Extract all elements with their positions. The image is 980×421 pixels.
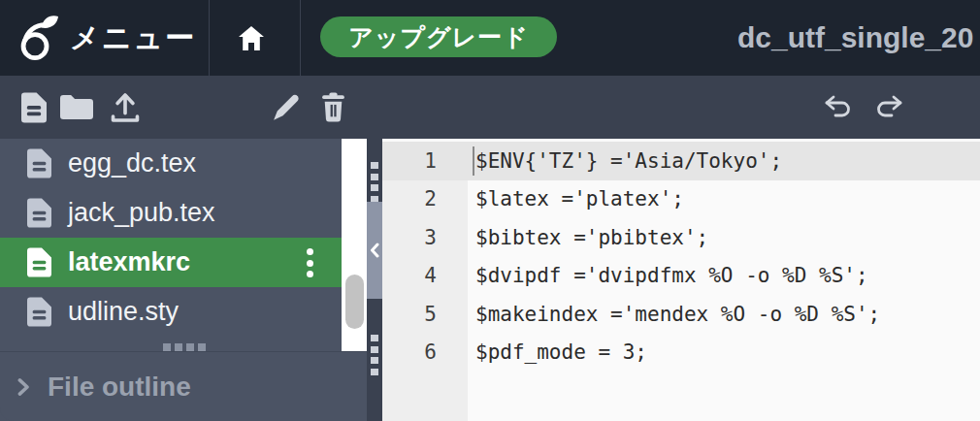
latex-editor-app: メニュー アップグレード dc_utf_single_20 xyxy=(0,0,980,421)
file-outline-header[interactable]: File outline xyxy=(0,351,367,421)
panel-resize-handle-horizontal[interactable] xyxy=(163,343,206,351)
project-title: dc_utf_single_20 xyxy=(737,0,980,76)
file-item-egg-dc[interactable]: egg_dc.tex xyxy=(0,139,367,188)
redo-button[interactable] xyxy=(867,76,910,139)
file-name: egg_dc.tex xyxy=(68,148,196,178)
menu-label: メニュー xyxy=(70,18,196,58)
code-editor[interactable]: 1 $ENV{'TZ'} ='Asia/Tokyo'; 2 $latex ='p… xyxy=(382,139,980,421)
toolbar: Code Editor Visual Editor xyxy=(0,76,980,139)
divider-drag-handle[interactable] xyxy=(371,162,378,203)
line-number: 1 xyxy=(382,142,468,180)
home-button[interactable] xyxy=(225,0,278,76)
sidebar-scrollbar-track xyxy=(342,139,367,351)
file-icon xyxy=(27,198,51,228)
upgrade-button[interactable]: アップグレード xyxy=(320,16,557,57)
topbar-divider xyxy=(300,0,301,76)
new-folder-icon xyxy=(60,94,93,120)
line-number: 6 xyxy=(382,334,468,372)
edit-button[interactable] xyxy=(266,76,307,139)
code-line[interactable]: 2 $latex ='platex'; xyxy=(382,180,980,219)
code-line[interactable]: 5 $makeindex ='mendex %O -o %D %S'; xyxy=(382,295,980,334)
file-icon xyxy=(27,297,51,327)
code-line[interactable]: 1 $ENV{'TZ'} ='Asia/Tokyo'; xyxy=(382,142,980,180)
file-item-latexmkrc[interactable]: latexmkrc xyxy=(0,238,367,287)
upgrade-label: アップグレード xyxy=(348,21,529,53)
code-text[interactable]: $pdf_mode = 3; xyxy=(468,334,980,372)
code-text[interactable]: $ENV{'TZ'} ='Asia/Tokyo'; xyxy=(468,142,980,180)
line-number: 2 xyxy=(382,180,468,219)
undo-icon xyxy=(822,93,855,122)
delete-button[interactable] xyxy=(312,76,353,139)
sidebar-editor-divider xyxy=(367,139,382,421)
code-line[interactable]: 4 $dvipdf ='dvipdfmx %O -o %D %S'; xyxy=(382,257,980,296)
file-options-kebab-icon[interactable] xyxy=(303,245,316,280)
file-sidebar: egg_dc.tex jack_pub.tex xyxy=(0,139,367,421)
file-item-jack-pub[interactable]: jack_pub.tex xyxy=(0,188,367,238)
line-number: 4 xyxy=(382,257,468,296)
code-text[interactable]: $latex ='platex'; xyxy=(468,180,980,219)
code-text[interactable]: $dvipdf ='dvipdfmx %O -o %D %S'; xyxy=(468,257,980,296)
menu-button[interactable]: メニュー xyxy=(14,0,196,76)
file-icon xyxy=(27,148,51,178)
code-text[interactable]: $makeindex ='mendex %O -o %D %S'; xyxy=(468,295,980,334)
file-outline-label: File outline xyxy=(48,372,191,403)
editor-empty-area[interactable] xyxy=(382,372,980,421)
topbar-divider xyxy=(209,0,210,76)
redo-icon xyxy=(872,93,905,122)
upload-button[interactable] xyxy=(105,76,146,139)
code-line[interactable]: 6 $pdf_mode = 3; xyxy=(382,334,980,372)
divider-drag-handle[interactable] xyxy=(371,335,378,375)
chevron-right-icon xyxy=(17,377,30,397)
file-name: jack_pub.tex xyxy=(68,198,215,228)
new-file-button[interactable] xyxy=(14,76,54,139)
new-file-icon xyxy=(21,92,47,123)
file-name: udline.sty xyxy=(68,297,179,327)
new-folder-button[interactable] xyxy=(56,76,97,139)
trash-icon xyxy=(320,92,346,122)
topbar: メニュー アップグレード dc_utf_single_20 xyxy=(0,0,980,76)
sidebar-collapse-button[interactable] xyxy=(367,202,382,299)
line-number: 5 xyxy=(382,295,468,334)
file-icon xyxy=(27,247,51,277)
file-name: latexmkrc xyxy=(68,247,190,277)
line-number: 3 xyxy=(382,218,468,257)
code-text[interactable]: $bibtex ='pbibtex'; xyxy=(468,218,980,257)
leaf-logo-icon xyxy=(14,13,58,63)
text-cursor xyxy=(473,146,474,176)
home-icon xyxy=(238,25,265,51)
edit-icon xyxy=(272,93,301,122)
code-line[interactable]: 3 $bibtex ='pbibtex'; xyxy=(382,218,980,257)
sidebar-scrollbar-thumb[interactable] xyxy=(345,275,364,329)
undo-button[interactable] xyxy=(817,76,860,139)
upload-icon xyxy=(110,91,141,124)
chevron-left-icon xyxy=(370,243,379,258)
gutter xyxy=(382,372,468,421)
file-item-udline[interactable]: udline.sty xyxy=(0,287,367,337)
